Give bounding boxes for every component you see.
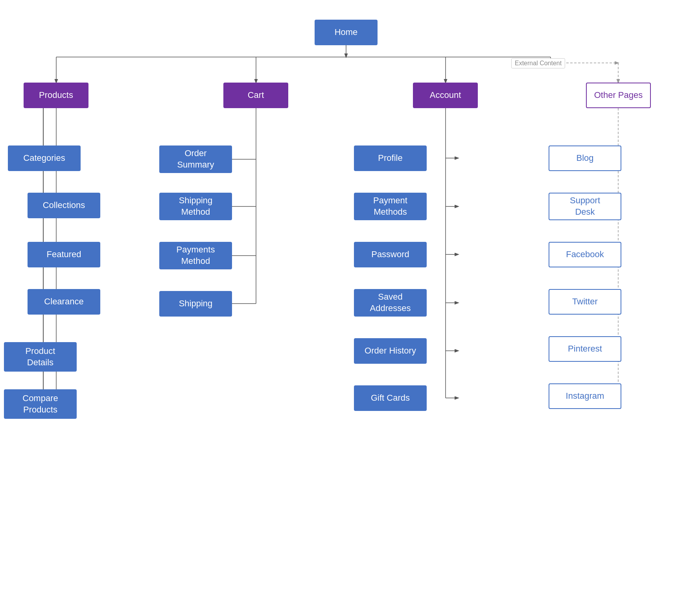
home-label: Home bbox=[335, 27, 358, 38]
facebook-label: Facebook bbox=[566, 249, 604, 260]
featured-node: Featured bbox=[28, 242, 100, 267]
categories-node: Categories bbox=[8, 145, 81, 171]
cart-label: Cart bbox=[248, 90, 264, 101]
order-summary-node: OrderSummary bbox=[159, 145, 232, 173]
payment-methods-node: PaymentMethods bbox=[354, 193, 427, 220]
product-details-node: ProductDetails bbox=[4, 342, 77, 372]
profile-label: Profile bbox=[378, 153, 402, 164]
twitter-node: Twitter bbox=[549, 289, 621, 315]
payments-method-node: PaymentsMethod bbox=[159, 242, 232, 269]
compare-products-label: CompareProducts bbox=[22, 393, 58, 415]
clearance-label: Clearance bbox=[44, 296, 83, 308]
gift-cards-label: Gift Cards bbox=[371, 392, 410, 404]
shipping-node: Shipping bbox=[159, 291, 232, 317]
blog-node: Blog bbox=[549, 145, 621, 171]
account-node: Account bbox=[413, 83, 478, 108]
order-history-node: Order History bbox=[354, 338, 427, 364]
facebook-node: Facebook bbox=[549, 242, 621, 267]
other-pages-node: Other Pages bbox=[586, 83, 651, 108]
gift-cards-node: Gift Cards bbox=[354, 385, 427, 411]
saved-addresses-label: SavedAddresses bbox=[370, 291, 411, 314]
shipping-label: Shipping bbox=[179, 298, 213, 309]
password-node: Password bbox=[354, 242, 427, 267]
instagram-label: Instagram bbox=[566, 390, 604, 402]
compare-products-node: CompareProducts bbox=[4, 389, 77, 419]
product-details-label: ProductDetails bbox=[26, 346, 55, 368]
twitter-label: Twitter bbox=[572, 296, 598, 308]
shipping-method-label: ShippingMethod bbox=[179, 195, 213, 217]
order-history-label: Order History bbox=[365, 345, 416, 357]
support-desk-node: SupportDesk bbox=[549, 193, 621, 220]
collections-label: Collections bbox=[43, 200, 85, 211]
other-pages-label: Other Pages bbox=[594, 90, 643, 101]
support-desk-label: SupportDesk bbox=[570, 195, 600, 217]
products-label: Products bbox=[39, 90, 73, 101]
home-node: Home bbox=[315, 20, 378, 45]
pinterest-node: Pinterest bbox=[549, 336, 621, 362]
order-summary-label: OrderSummary bbox=[177, 148, 214, 170]
cart-node: Cart bbox=[223, 83, 288, 108]
diagram: Home Products Cart Account Other Pages E… bbox=[0, 0, 700, 593]
password-label: Password bbox=[371, 249, 409, 260]
pinterest-label: Pinterest bbox=[568, 343, 602, 355]
collections-node: Collections bbox=[28, 193, 100, 218]
clearance-node: Clearance bbox=[28, 289, 100, 315]
products-node: Products bbox=[24, 83, 88, 108]
shipping-method-node: ShippingMethod bbox=[159, 193, 232, 220]
payments-method-label: PaymentsMethod bbox=[177, 244, 215, 267]
external-content-label: External Content bbox=[511, 58, 565, 68]
account-label: Account bbox=[430, 90, 461, 101]
blog-label: Blog bbox=[576, 153, 593, 164]
instagram-node: Instagram bbox=[549, 383, 621, 409]
profile-node: Profile bbox=[354, 145, 427, 171]
featured-label: Featured bbox=[46, 249, 81, 260]
external-content-text: External Content bbox=[515, 60, 562, 66]
payment-methods-label: PaymentMethods bbox=[373, 195, 407, 217]
categories-label: Categories bbox=[23, 153, 65, 164]
saved-addresses-node: SavedAddresses bbox=[354, 289, 427, 317]
